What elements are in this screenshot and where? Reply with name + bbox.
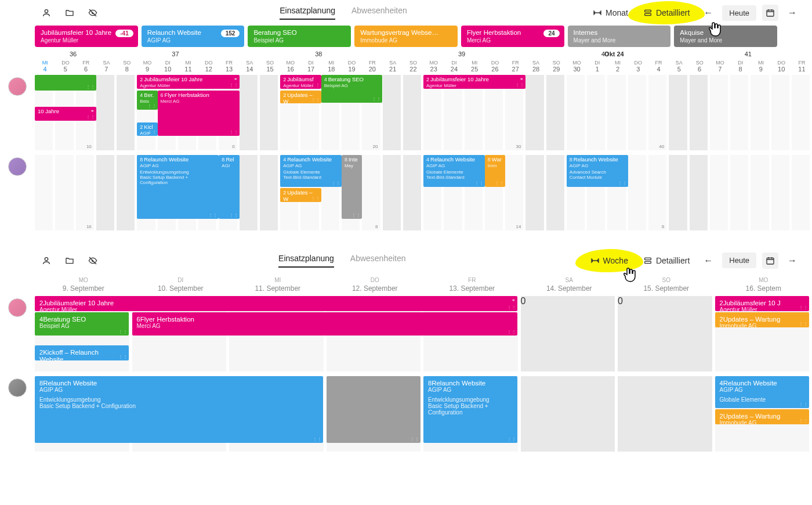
tab-abwesenheiten[interactable]: Abwesenheiten	[351, 6, 407, 20]
project-card[interactable]: Flyer HerbstaktionMerci AG24	[461, 26, 564, 47]
week-date[interactable]: 14. September	[521, 284, 618, 296]
day-cell[interactable]	[628, 155, 648, 230]
day-of-month[interactable]: 6	[76, 66, 96, 75]
day-of-month[interactable]: 18	[321, 66, 342, 75]
day-of-month[interactable]: 3	[628, 66, 648, 75]
day-cell[interactable]: 40	[648, 75, 669, 150]
day-of-month[interactable]: 17	[300, 66, 321, 75]
week-date[interactable]: 16. Septem	[715, 284, 813, 296]
task-block[interactable]: 8Relaunch WebsiteAGIP AGEntwicklungsumge…	[35, 376, 323, 443]
avatar[interactable]	[8, 157, 27, 176]
day-cell[interactable]	[587, 75, 607, 150]
nav-next[interactable]: →	[784, 252, 800, 269]
day-of-month[interactable]: 25	[465, 66, 485, 75]
tab-einsatzplanung[interactable]: Einsatzplanung	[280, 6, 335, 20]
day-of-month[interactable]: 9	[751, 66, 771, 75]
day-cell[interactable]	[669, 155, 689, 230]
task-block[interactable]: 2Jubiläumsfeier 10 JahreAgentur Müller⚭⋮…	[137, 75, 239, 89]
day-cell[interactable]	[607, 75, 628, 150]
week-date[interactable]: 12. September	[327, 284, 424, 296]
day-of-month[interactable]: 20	[362, 66, 382, 75]
day-cell[interactable]	[792, 75, 812, 150]
day-of-month[interactable]: 9	[137, 66, 157, 75]
today-button[interactable]: Heute	[722, 252, 756, 268]
day-of-month[interactable]: 16	[280, 66, 300, 75]
day-of-month[interactable]: 19	[342, 66, 362, 75]
day-cell[interactable]	[403, 75, 423, 150]
day-of-month[interactable]: 5	[55, 66, 75, 75]
day-cell[interactable]	[751, 155, 771, 230]
week-date[interactable]: 11. September	[229, 284, 327, 296]
day-cell[interactable]	[521, 376, 618, 452]
task-block[interactable]: 6Flyer HerbstaktionMerci AG⋮⋮	[132, 312, 518, 336]
nav-next[interactable]: →	[784, 5, 800, 21]
day-cell[interactable]: 16	[76, 155, 96, 230]
task-block[interactable]: 2Jubiläumsfeier 10 JahreAgentur Müller⚭⋮…	[423, 75, 525, 89]
day-cell[interactable]	[96, 75, 117, 150]
eye-off-icon[interactable]	[87, 255, 99, 266]
day-of-month[interactable]: 21	[383, 66, 403, 75]
avatar[interactable]	[8, 298, 27, 317]
today-button[interactable]: Heute	[722, 5, 756, 21]
day-of-month[interactable]: 14	[240, 66, 260, 75]
day-cell[interactable]: 8	[648, 155, 669, 230]
project-card[interactable]: AkquiseMayer and More	[674, 26, 777, 47]
day-cell[interactable]	[240, 155, 260, 230]
view-detailliert[interactable]: Detailliert	[639, 254, 694, 268]
day-of-month[interactable]: 7	[96, 66, 117, 75]
day-of-month[interactable]: 26	[485, 66, 505, 75]
task-block[interactable]: 8RelAGI⋮⋮	[219, 155, 239, 219]
day-of-month[interactable]: 8	[730, 66, 751, 75]
calendar-icon[interactable]	[762, 252, 778, 269]
eye-off-icon[interactable]	[87, 7, 99, 19]
nav-prev[interactable]: ←	[700, 252, 716, 269]
day-cell[interactable]	[710, 155, 730, 230]
view-detailliert-highlighted[interactable]: Detailliert	[639, 6, 694, 20]
week-date[interactable]: 13. September	[423, 284, 521, 296]
day-cell[interactable]	[35, 155, 55, 230]
day-of-month[interactable]: 30	[567, 66, 587, 75]
day-cell[interactable]: 0	[521, 296, 618, 371]
task-block[interactable]: 6Flyer HerbstaktionMerci AG⋮⋮	[158, 91, 240, 136]
day-cell[interactable]	[260, 75, 280, 150]
week-date[interactable]: 15. September	[618, 284, 715, 296]
day-cell[interactable]	[771, 75, 792, 150]
day-cell[interactable]	[117, 75, 137, 150]
day-cell[interactable]	[710, 75, 730, 150]
task-block[interactable]: 2Kickoff – Relaunch WebsiteAGIP AG⋮⋮	[35, 345, 129, 360]
day-cell[interactable]	[771, 155, 792, 230]
day-cell[interactable]: 14	[505, 155, 525, 230]
view-woche-highlighted[interactable]: Woche	[586, 254, 633, 268]
day-of-month[interactable]: 4	[35, 66, 55, 75]
task-block[interactable]: 2Jubiläumsfeier 10 JAgentur Müller⋮⋮	[715, 296, 809, 311]
day-cell[interactable]	[618, 376, 715, 452]
day-cell[interactable]	[751, 75, 771, 150]
user-icon[interactable]	[41, 255, 52, 266]
task-block[interactable]: 2JubiläumsfAgentur Müller⋮⋮	[280, 75, 321, 89]
folder-icon[interactable]	[64, 255, 75, 266]
day-cell[interactable]	[525, 155, 546, 230]
day-of-month[interactable]: 4	[648, 66, 669, 75]
day-cell[interactable]	[792, 155, 812, 230]
day-of-month[interactable]: 7	[710, 66, 730, 75]
project-card[interactable]: Jubiläumsfeier 10 JahreAgentur Müller-41	[35, 26, 138, 47]
day-cell[interactable]	[240, 75, 260, 150]
day-cell[interactable]	[117, 155, 137, 230]
day-of-month[interactable]: 11	[178, 66, 198, 75]
day-of-month[interactable]: 23	[423, 66, 444, 75]
day-of-month[interactable]: 8	[117, 66, 137, 75]
day-of-month[interactable]: 22	[403, 66, 423, 75]
task-block[interactable]: 2Updates – WImmobude AG⋮⋮	[280, 188, 321, 202]
avatar[interactable]	[8, 77, 27, 96]
task-block[interactable]: 4Relaunch WebsiteAGIP AGGlobale Elemente…	[715, 376, 809, 408]
project-card[interactable]: Beratung SEOBeispiel AG	[248, 26, 351, 47]
day-cell[interactable]	[546, 155, 567, 230]
day-cell[interactable]	[567, 75, 587, 150]
day-cell[interactable]	[730, 155, 751, 230]
tab-einsatzplanung[interactable]: Einsatzplanung	[278, 254, 334, 268]
day-of-month[interactable]: 15	[260, 66, 280, 75]
day-of-month[interactable]: 10	[771, 66, 792, 75]
task-block[interactable]: 10 Jahre⚭⋮⋮	[35, 107, 96, 121]
user-icon[interactable]	[41, 7, 52, 19]
day-cell[interactable]	[546, 75, 567, 150]
